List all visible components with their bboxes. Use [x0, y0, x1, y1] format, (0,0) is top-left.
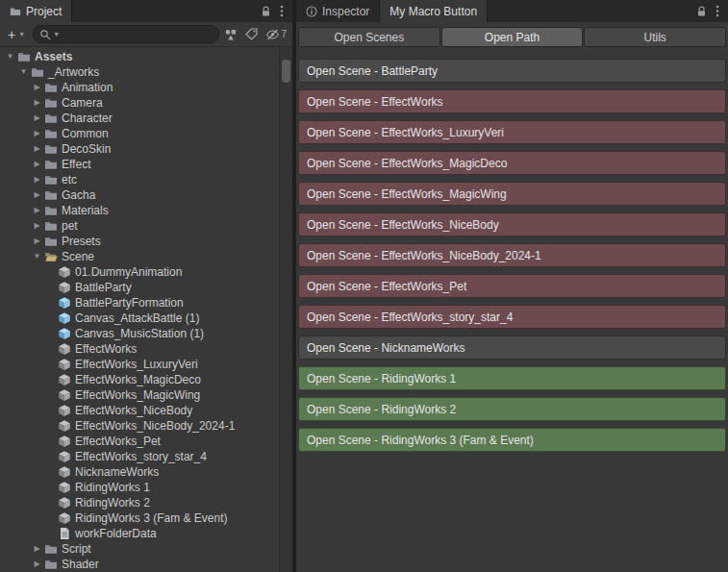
macro-tab-open-scenes[interactable]: Open Scenes [298, 27, 440, 47]
tree-item[interactable]: Canvas_MusicStation (1) [0, 326, 292, 341]
foldout-closed-icon[interactable]: ▶ [31, 222, 43, 230]
tree-item[interactable]: ▶pet [0, 218, 292, 234]
foldout-closed-icon[interactable]: ▶ [31, 545, 43, 553]
tree-item[interactable]: EffectWorks_NiceBody [0, 403, 292, 418]
macro-button[interactable]: Open Scene - EffectWorks_LuxuryVeri [298, 120, 726, 144]
lock-icon[interactable] [261, 6, 271, 17]
tree-item[interactable]: ▶Effect [0, 157, 292, 172]
tree-scrollbar[interactable] [279, 47, 292, 572]
tree-item[interactable]: RidingWorks 1 [0, 480, 292, 495]
macro-button[interactable]: Open Scene - EffectWorks_story_star_4 [298, 305, 726, 329]
tree-item[interactable]: EffectWorks_NiceBody_2024-1 [0, 418, 292, 434]
foldout-closed-icon[interactable]: ▶ [31, 130, 43, 137]
tree-item[interactable]: ▶DecoSkin [0, 141, 292, 157]
project-panel: Project + ▼ ▼ [0, 0, 292, 572]
tree-item[interactable]: EffectWorks_LuxuryVeri [0, 357, 292, 372]
tree-item[interactable]: ▶Gacha [0, 187, 292, 203]
tree-item[interactable]: ▶Animation [0, 80, 292, 95]
project-tree: ▼Assets▼_Artworks▶Animation▶Camera▶Chara… [0, 47, 292, 572]
macro-button[interactable]: Open Scene - EffectWorks_NiceBody [298, 212, 726, 236]
tree-item-label: EffectWorks_MagicWing [75, 388, 200, 402]
packages-visibility-icon[interactable]: 7 [265, 29, 287, 40]
foldout-closed-icon[interactable]: ▶ [31, 145, 43, 153]
tree-item[interactable]: RidingWorks 2 [0, 495, 292, 510]
search-input[interactable] [62, 28, 213, 41]
folder-icon [16, 50, 31, 63]
foldout-open-icon[interactable]: ▼ [31, 253, 43, 261]
tree-scrollbar-thumb[interactable] [282, 60, 290, 83]
foldout-closed-icon[interactable]: ▶ [31, 560, 43, 568]
tree-item-label: EffectWorks_MagicDeco [75, 373, 201, 386]
tree-item[interactable]: EffectWorks [0, 341, 292, 357]
macro-tab-bar: Open ScenesOpen PathUtils [298, 27, 726, 47]
tree-item[interactable]: EffectWorks_MagicWing [0, 387, 292, 403]
folder-icon [30, 65, 44, 79]
search-by-type-icon[interactable] [224, 28, 238, 41]
macro-button[interactable]: Open Scene - EffectWorks_Pet [298, 274, 726, 298]
foldout-open-icon[interactable]: ▼ [4, 53, 16, 61]
search-field[interactable]: ▼ [33, 25, 219, 43]
macro-button[interactable]: Open Scene - EffectWorks_NiceBody_2024-1 [298, 243, 726, 267]
tree-item-label: Canvas_MusicStation (1) [75, 327, 204, 340]
search-by-label-icon[interactable] [245, 28, 258, 40]
macro-button[interactable]: Open Scene - EffectWorks_MagicWing [298, 182, 726, 206]
macro-button[interactable]: Open Scene - RidingWorks 2 [298, 397, 726, 421]
foldout-closed-icon[interactable]: ▶ [31, 114, 43, 122]
tree-item[interactable]: workFolderData [0, 526, 292, 541]
foldout-closed-icon[interactable]: ▶ [31, 176, 43, 184]
folder-icon [43, 558, 58, 571]
scene-icon [57, 465, 71, 479]
foldout-closed-icon[interactable]: ▶ [31, 237, 43, 245]
macro-tab-utils[interactable]: Utils [584, 27, 726, 47]
tree-item[interactable]: BattleParty [0, 280, 292, 295]
tab-inspector[interactable]: Inspector [296, 0, 380, 22]
tree-item[interactable]: EffectWorks_MagicDeco [0, 372, 292, 387]
tree-item[interactable]: ▼Scene [0, 249, 292, 264]
search-filter-chevron-icon: ▼ [53, 31, 60, 37]
tree-item[interactable]: NicknameWorks [0, 464, 292, 480]
macro-button[interactable]: Open Scene - RidingWorks 1 [298, 366, 726, 390]
tab-my-macro-button[interactable]: My Macro Button [380, 0, 488, 22]
project-header-actions [261, 0, 292, 22]
macro-button[interactable]: Open Scene - BattleParty [298, 59, 726, 83]
macro-button[interactable]: Open Scene - RidingWorks 3 (Fam & Event) [298, 428, 726, 452]
tree-item[interactable]: 01.DummyAnimation [0, 264, 292, 280]
tree-item[interactable]: EffectWorks_story_star_4 [0, 449, 292, 464]
tree-item[interactable]: ▼_Artworks [0, 64, 292, 80]
tree-item[interactable]: RidingWorks 3 (Fam & Event) [0, 510, 292, 526]
tree-item[interactable]: ▶Character [0, 111, 292, 126]
tree-item[interactable]: ▼Assets [0, 49, 292, 64]
tree-item[interactable]: BattlePartyFormation [0, 295, 292, 311]
macro-tab-open-path[interactable]: Open Path [441, 27, 584, 47]
tab-project[interactable]: Project [0, 0, 72, 22]
foldout-closed-icon[interactable]: ▶ [31, 99, 43, 107]
tree-item-label: Animation [62, 81, 113, 94]
tree-item-label: RidingWorks 2 [75, 496, 150, 510]
macro-button[interactable]: Open Scene - NicknameWorks [298, 336, 726, 360]
add-asset-button[interactable]: + ▼ [5, 27, 28, 42]
tree-item[interactable]: ▶Shader [0, 557, 292, 572]
tree-item[interactable]: Canvas_AttackBattle (1) [0, 311, 292, 326]
foldout-closed-icon[interactable]: ▶ [31, 207, 43, 214]
kebab-menu-icon[interactable] [280, 5, 284, 17]
foldout-closed-icon[interactable]: ▶ [31, 191, 43, 199]
prefab-icon [57, 327, 71, 340]
tree-item[interactable]: ▶Common [0, 126, 292, 141]
tree-item[interactable]: ▶Materials [0, 203, 292, 218]
scene-icon [57, 388, 71, 402]
tree-item-label: 01.DummyAnimation [75, 265, 182, 279]
foldout-open-icon[interactable]: ▼ [17, 68, 30, 76]
foldout-closed-icon[interactable]: ▶ [31, 84, 43, 91]
foldout-closed-icon[interactable]: ▶ [31, 161, 43, 168]
macro-button[interactable]: Open Scene - EffectWorks_MagicDeco [298, 151, 726, 175]
tree-item[interactable]: ▶Script [0, 541, 292, 557]
tree-item[interactable]: ▶Camera [0, 95, 292, 111]
tree-item[interactable]: ▶Presets [0, 234, 292, 249]
add-asset-label: + [8, 27, 15, 42]
tree-item[interactable]: ▶etc [0, 172, 292, 187]
lock-icon[interactable] [696, 6, 707, 17]
kebab-menu-icon[interactable] [715, 5, 719, 17]
tree-item[interactable]: EffectWorks_Pet [0, 434, 292, 449]
macro-button[interactable]: Open Scene - EffectWorks [298, 89, 726, 113]
macro-panel-header: Inspector My Macro Button [296, 0, 728, 22]
